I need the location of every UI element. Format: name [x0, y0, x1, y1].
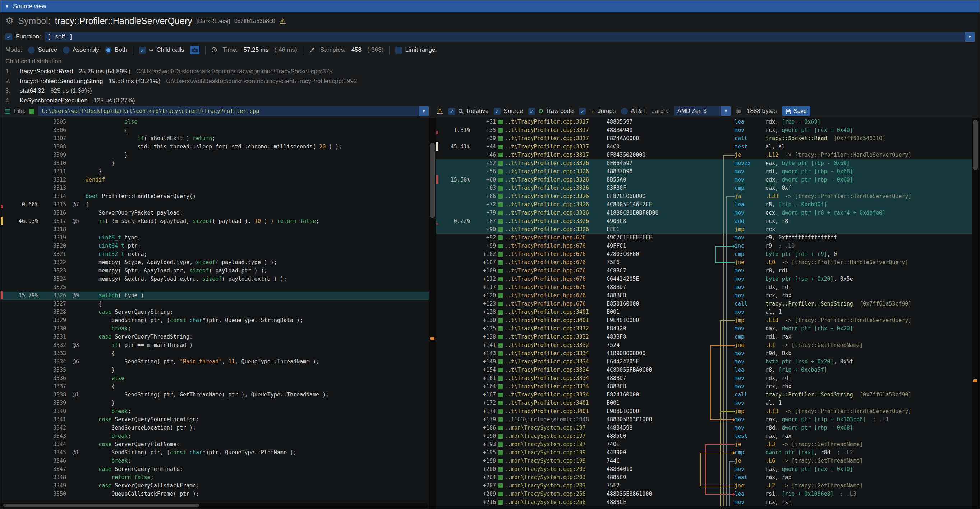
asm-row[interactable]: +138 ..t\TracyProfiler.cpp:3332 483BF8 c… — [436, 333, 972, 341]
asm-row[interactable]: +90 ..t\TracyProfiler.cpp:3326 FFE1 jmp … — [436, 225, 972, 234]
source-line[interactable]: 3323 memcpy( &ptr, &payload.ptr, sizeof(… — [0, 267, 429, 275]
file-combo[interactable]: C:\Users\wolf\Desktop\darkrl\contrib\tra… — [38, 107, 429, 116]
source-line[interactable]: 3339 } — [0, 399, 429, 407]
asm-row[interactable]: +63 ..t\TracyProfiler.cpp:3326 83F80F cm… — [436, 184, 972, 192]
asm-row[interactable]: +117 ..t\TracyProfiler.hpp:676 488BD7 mo… — [436, 283, 972, 291]
raw-code-checkbox[interactable]: ✓ ⚙ Raw code — [528, 108, 574, 115]
uarch-combo[interactable]: AMD Zen 3 ▼ — [674, 107, 730, 116]
child-call-row[interactable]: 3. stat64i32 625 μs (1.36%) — [5, 86, 975, 95]
source-vertical-scrollbar[interactable] — [429, 118, 436, 509]
source-line[interactable]: 3341 case ServerQuerySourceLocation: — [0, 415, 429, 424]
source-line[interactable]: 3349 case ServerQueryCallstackFrame: — [0, 482, 429, 490]
source-line[interactable]: 3321 uint32_t extra; — [0, 250, 429, 258]
child-call-row[interactable]: 1. tracy::Socket::Read 25.25 ms (54.89%)… — [5, 67, 975, 76]
asm-row[interactable]: +56 ..t\TracyProfiler.cpp:3326 488B7D98 … — [436, 167, 972, 176]
asm-row[interactable]: +109 ..t\TracyProfiler.hpp:676 4C8BC7 mo… — [436, 267, 972, 275]
asm-row[interactable]: +204 ..mon\TracySystem.cpp:203 4885C0 te… — [436, 473, 972, 482]
asm-row[interactable]: +193 ..mon\TracySystem.cpp:197 740E je .… — [436, 441, 972, 449]
source-line[interactable]: 46.93% 3317 @5 if( !m_sock->Read( &paylo… — [0, 217, 429, 225]
source-line[interactable]: 3324 memcpy( &extra, &payload.extra, siz… — [0, 275, 429, 283]
asm-row[interactable]: +128 ..t\TracyProfiler.cpp:3401 B001 mov… — [436, 308, 972, 317]
source-line[interactable]: 3320 uint64_t ptr; — [0, 242, 429, 250]
source-line[interactable]: 3338 @1 SendString( ptr, GetThreadName( … — [0, 391, 429, 399]
source-line[interactable]: 3344 case ServerQueryPlotName: — [0, 441, 429, 449]
source-line[interactable]: 3348 return false; — [0, 473, 429, 482]
source-line[interactable]: 3312 #endif — [0, 176, 429, 184]
source-line[interactable]: 3329 SendString( ptr, (const char*)ptr, … — [0, 317, 429, 324]
source-line[interactable]: 3331 case ServerQueryThreadString: — [0, 333, 429, 341]
asm-row[interactable]: +174 ..t\TracyProfiler.cpp:3401 E9B80100… — [436, 407, 972, 415]
source-line[interactable]: 3316 ServerQueryPacket payload; — [0, 209, 429, 217]
source-line[interactable]: 3345 @1 SendString( ptr, (const char*)pt… — [0, 449, 429, 457]
source-line[interactable]: 3346 break; — [0, 457, 429, 465]
asm-row[interactable]: +172 ..t\TracyProfiler.cpp:3401 B001 mov… — [436, 399, 972, 407]
assembly-pane[interactable]: +31 ..t\TracyProfiler.cpp:3317 488D5597 … — [436, 118, 972, 509]
source-line[interactable]: 3337 { — [0, 382, 429, 391]
asm-row[interactable]: +46 ..t\TracyProfiler.cpp:3317 0F8435020… — [436, 151, 972, 159]
asm-row[interactable]: +66 ..t\TracyProfiler.cpp:3326 0F87CE060… — [436, 192, 972, 200]
asm-row[interactable]: 1.31% +35 ..t\TracyProfiler.cpp:3317 488… — [436, 126, 972, 134]
asm-row[interactable]: +190 ..mon\TracySystem.cpp:197 4885C0 te… — [436, 432, 972, 441]
asm-row[interactable]: +107 ..t\TracyProfiler.hpp:676 75F6 jne … — [436, 258, 972, 267]
limit-range-checkbox[interactable]: ✓ Limit range — [395, 46, 435, 54]
asm-row[interactable]: 0.22% +87 ..t\TracyProfiler.cpp:3326 490… — [436, 217, 972, 225]
titlebar[interactable]: ▼ Source view — [0, 0, 980, 12]
asm-row[interactable]: +120 ..t\TracyProfiler.hpp:676 488BCB mo… — [436, 291, 972, 300]
source-horizontal-scrollbar[interactable] — [1, 503, 428, 508]
source-line[interactable]: 3342 SendSourceLocation( ptr ); — [0, 424, 429, 432]
source-line[interactable]: 3305 else — [0, 118, 429, 126]
assembly-vertical-scrollbar[interactable] — [972, 118, 980, 509]
child-calls-checkbox[interactable]: ✓ ↪ Child calls — [139, 46, 185, 54]
asm-row[interactable]: +149 ..t\TracyProfiler.cpp:3334 C6442420… — [436, 358, 972, 366]
source-line[interactable]: 3332 @3 if( ptr == m_mainThread ) — [0, 341, 429, 349]
asm-row[interactable]: +198 ..mon\TracySystem.cpp:199 744C je .… — [436, 457, 972, 465]
source-line[interactable]: 3347 case ServerQueryTerminate: — [0, 465, 429, 473]
jumps-checkbox[interactable]: ✓ → Jumps — [579, 108, 616, 115]
source-line[interactable]: 3333 { — [0, 349, 429, 358]
source-line[interactable]: 3314 bool Profiler::HandleServerQuery() — [0, 192, 429, 200]
asm-row[interactable]: +99 ..t\TracyProfiler.hpp:676 49FFC1 inc… — [436, 242, 972, 250]
asm-row[interactable]: +216 ..mon\TracySystem.cpp:258 488BCE mo… — [436, 498, 972, 506]
source-line[interactable]: 3318 — [0, 225, 429, 234]
scrollbar-thumb[interactable] — [3, 504, 199, 507]
asm-row[interactable]: +164 ..t\TracyProfiler.cpp:3334 488BCB m… — [436, 382, 972, 391]
source-line[interactable]: 3319 uint8_t type; — [0, 234, 429, 242]
asm-row[interactable]: 15.50% +60 ..t\TracyProfiler.cpp:3326 8B… — [436, 176, 972, 184]
asm-row[interactable]: +52 ..t\TracyProfiler.cpp:3326 0FB64597 … — [436, 159, 972, 167]
source-line[interactable]: 3335 } — [0, 366, 429, 374]
scrollbar-thumb[interactable] — [973, 120, 978, 170]
source-line[interactable]: 3343 break; — [0, 432, 429, 441]
mode-radio-source[interactable]: Source — [28, 46, 57, 54]
source-line[interactable]: 3340 break; — [0, 407, 429, 415]
att-syntax-radio[interactable]: AT&T — [621, 108, 646, 115]
asm-row[interactable]: +167 ..t\TracyProfiler.cpp:3334 E8241600… — [436, 391, 972, 399]
source-line[interactable]: 3313 — [0, 184, 429, 192]
source-line[interactable]: 3328 case ServerQueryString: — [0, 308, 429, 317]
asm-row[interactable]: +161 ..t\TracyProfiler.cpp:3334 488BD7 m… — [436, 374, 972, 382]
mode-radio-assembly[interactable]: Assembly — [63, 46, 99, 54]
mode-radio-both[interactable]: Both — [105, 46, 127, 54]
save-button[interactable]: Save — [782, 107, 810, 116]
asm-row[interactable]: +209 ..mon\TracySystem.cpp:258 488D35E88… — [436, 490, 972, 498]
asm-row[interactable]: +195 ..mon\TracySystem.cpp:199 443900 cm… — [436, 449, 972, 457]
scrollbar-thumb[interactable] — [430, 143, 435, 218]
asm-row[interactable]: +112 ..t\TracyProfiler.hpp:676 C64424205… — [436, 275, 972, 283]
source-line[interactable]: 3327 { — [0, 300, 429, 308]
source-line[interactable]: 3311 } — [0, 167, 429, 176]
child-call-row[interactable]: 4. KeSynchronizeExecution 125 μs (0.27%) — [5, 95, 975, 105]
asm-row[interactable]: +31 ..t\TracyProfiler.cpp:3317 488D5597 … — [436, 118, 972, 126]
asm-row[interactable]: +123 ..t\TracyProfiler.hpp:676 E85016000… — [436, 300, 972, 308]
source-pane[interactable]: 3305 else 3306 { 3307 — [0, 118, 429, 509]
snapshot-button[interactable] — [190, 46, 199, 54]
source-line[interactable]: 3310 } — [0, 159, 429, 167]
source-line[interactable]: 3350 QueueCallstackFrame( ptr ); — [0, 490, 429, 498]
source-line[interactable]: 3306 { — [0, 126, 429, 134]
collapse-arrow-icon[interactable]: ▼ — [5, 3, 10, 9]
asm-row[interactable]: +72 ..t\TracyProfiler.cpp:3326 4C8D05F14… — [436, 200, 972, 209]
source-line[interactable]: 3334 @6 SendString( ptr, "Main thread", … — [0, 358, 429, 366]
source-line[interactable]: 3309 } — [0, 151, 429, 159]
asm-row[interactable]: +154 ..t\TracyProfiler.cpp:3334 4C8D055F… — [436, 366, 972, 374]
source-line[interactable]: 0.66% 3315 @7 { — [0, 200, 429, 209]
source-line[interactable]: 3307 if( shouldExit ) return; — [0, 134, 429, 143]
asm-row[interactable]: +186 ..mon\TracySystem.cpp:197 448B4598 … — [436, 424, 972, 432]
